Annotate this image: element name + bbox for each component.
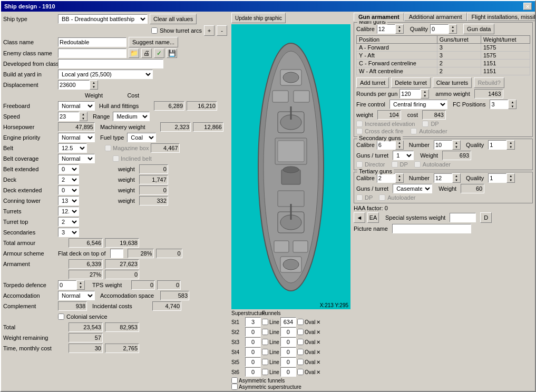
- ea-button[interactable]: EA: [367, 212, 379, 223]
- torpedo-up[interactable]: ▲: [77, 281, 84, 285]
- update-ship-graphic-button[interactable]: Update ship graphic: [231, 13, 286, 23]
- st2-input[interactable]: [245, 327, 261, 337]
- class-name-input[interactable]: [58, 37, 126, 47]
- displacement-input[interactable]: [58, 80, 90, 90]
- magazine-checkbox[interactable]: [105, 145, 111, 151]
- st1-oval-checkbox[interactable]: [297, 319, 304, 325]
- st5-funnel-input[interactable]: [280, 357, 296, 367]
- ship-type-select[interactable]: BB - Dreadnought battleship: [58, 14, 148, 24]
- sec-dp-checkbox[interactable]: [392, 161, 398, 168]
- quality-down[interactable]: ▼: [449, 29, 456, 33]
- ter-calibre-input[interactable]: [377, 173, 395, 183]
- check-icon[interactable]: ✓: [154, 48, 164, 58]
- calibre-up[interactable]: ▲: [396, 25, 403, 29]
- torpedo-down[interactable]: ▼: [77, 285, 84, 289]
- add-turret-button[interactable]: Add turret: [356, 77, 389, 88]
- engine-priority-select[interactable]: Normal: [58, 133, 95, 142]
- ter-quality-input[interactable]: [488, 173, 506, 183]
- st6-funnel-input[interactable]: [280, 367, 296, 377]
- ter-number-input[interactable]: [434, 173, 452, 183]
- st5-input[interactable]: [245, 357, 261, 367]
- sec-director-checkbox[interactable]: [356, 161, 363, 168]
- st3-funnel-input[interactable]: [280, 337, 296, 347]
- gun-row-w-aft-cl[interactable]: W - Aft centreline 2 1151: [357, 67, 530, 75]
- tab-flight-installations[interactable]: Flight installations, missiles: [467, 13, 535, 21]
- main-dp-checkbox[interactable]: [422, 121, 428, 127]
- secondaries-armour-select[interactable]: 3: [58, 228, 79, 237]
- sec-calibre-down[interactable]: ▼: [396, 145, 403, 149]
- speed-down[interactable]: ▼: [80, 116, 87, 121]
- enemy-class-input[interactable]: [58, 48, 126, 58]
- st1-close[interactable]: ✕: [316, 319, 320, 325]
- st6-oval-checkbox[interactable]: [297, 369, 304, 375]
- minus-button[interactable]: -: [217, 25, 227, 36]
- quality-up[interactable]: ▲: [449, 25, 456, 29]
- st5-close[interactable]: ✕: [316, 359, 320, 365]
- ship-canvas[interactable]: X:213 Y:295: [231, 24, 350, 309]
- st2-funnel-input[interactable]: [280, 327, 296, 337]
- save-icon[interactable]: 💾: [167, 48, 177, 58]
- displacement-down[interactable]: ▼: [90, 85, 98, 89]
- ter-calibre-down[interactable]: ▼: [396, 178, 403, 182]
- st3-close[interactable]: ✕: [316, 339, 320, 345]
- speed-input[interactable]: [58, 112, 79, 121]
- st2-oval-checkbox[interactable]: [297, 329, 304, 335]
- colonial-checkbox[interactable]: [58, 313, 64, 320]
- sec-quality-up[interactable]: ▲: [507, 141, 514, 145]
- fire-control-select[interactable]: Central firing: [389, 100, 447, 109]
- st4-funnel-input[interactable]: [280, 347, 296, 357]
- increased-elevation-checkbox[interactable]: [356, 121, 363, 127]
- ter-quality-up[interactable]: ▲: [507, 174, 514, 178]
- special-systems-input[interactable]: [450, 213, 476, 222]
- picture-name-input[interactable]: [392, 224, 471, 233]
- turrets-select[interactable]: 12.5: [58, 207, 79, 216]
- gun-data-button[interactable]: Gun data: [463, 24, 494, 34]
- back-button[interactable]: ◄: [354, 212, 365, 223]
- armour-scheme-input[interactable]: [110, 249, 123, 258]
- st6-close[interactable]: ✕: [316, 369, 320, 375]
- sec-number-down[interactable]: ▼: [453, 145, 460, 149]
- gun-row-y-aft[interactable]: Y - Aft 3 1575: [357, 52, 530, 60]
- folder-icon[interactable]: 📁: [129, 48, 139, 58]
- autoloader-checkbox[interactable]: [411, 128, 417, 134]
- st1-funnel-input[interactable]: [280, 317, 296, 327]
- gun-row-c-forward-cl[interactable]: C - Forward centreline 2 1151: [357, 60, 530, 67]
- tab-additional-armament[interactable]: Additional armament: [404, 13, 467, 21]
- speed-up[interactable]: ▲: [80, 112, 87, 116]
- sec-quality-down[interactable]: ▼: [507, 145, 514, 149]
- rounds-down[interactable]: ▼: [421, 94, 428, 98]
- build-at-select[interactable]: Local yard (25,500): [58, 70, 153, 79]
- gun-row-a-forward[interactable]: A - Forward 3 1575: [357, 44, 530, 52]
- inclined-belt-checkbox[interactable]: [113, 155, 119, 162]
- rebuild-button[interactable]: Rebuild?: [474, 77, 504, 88]
- asymmetric-funnels-checkbox[interactable]: [231, 377, 238, 384]
- main-calibre-input[interactable]: [377, 24, 395, 34]
- sec-number-input[interactable]: [434, 140, 452, 150]
- delete-turret-button[interactable]: Delete turret: [391, 77, 431, 88]
- fc-positions-up[interactable]: ▲: [509, 100, 516, 104]
- fuel-type-select[interactable]: Coal: [127, 133, 156, 142]
- st6-line-checkbox[interactable]: [262, 369, 268, 375]
- st3-input[interactable]: [245, 337, 261, 347]
- belt-select[interactable]: 12.5: [58, 143, 87, 153]
- st1-input[interactable]: [245, 317, 261, 327]
- st5-oval-checkbox[interactable]: [297, 359, 304, 365]
- suggest-name-button[interactable]: Suggest name...: [129, 37, 178, 47]
- st6-input[interactable]: [245, 367, 261, 377]
- print-icon[interactable]: 🖨: [141, 48, 152, 58]
- show-turret-arcs-checkbox[interactable]: [151, 27, 158, 34]
- clear-all-button[interactable]: Clear all values: [150, 14, 197, 24]
- belt-coverage-select[interactable]: Normal: [58, 154, 95, 163]
- ter-calibre-up[interactable]: ▲: [396, 174, 403, 178]
- developed-from-input[interactable]: [58, 59, 163, 68]
- st2-close[interactable]: ✕: [316, 329, 320, 335]
- rounds-up[interactable]: ▲: [421, 90, 428, 94]
- freeboard-select[interactable]: Normal: [58, 101, 95, 111]
- sec-number-up[interactable]: ▲: [453, 141, 460, 145]
- asymmetric-super-checkbox[interactable]: [231, 384, 238, 390]
- torpedo-input[interactable]: [58, 280, 76, 290]
- deck-select[interactable]: 2: [58, 175, 79, 184]
- turret-top-select[interactable]: 2: [58, 217, 79, 227]
- tab-gun-armament[interactable]: Gun armament: [354, 13, 404, 21]
- st5-line-checkbox[interactable]: [262, 359, 268, 365]
